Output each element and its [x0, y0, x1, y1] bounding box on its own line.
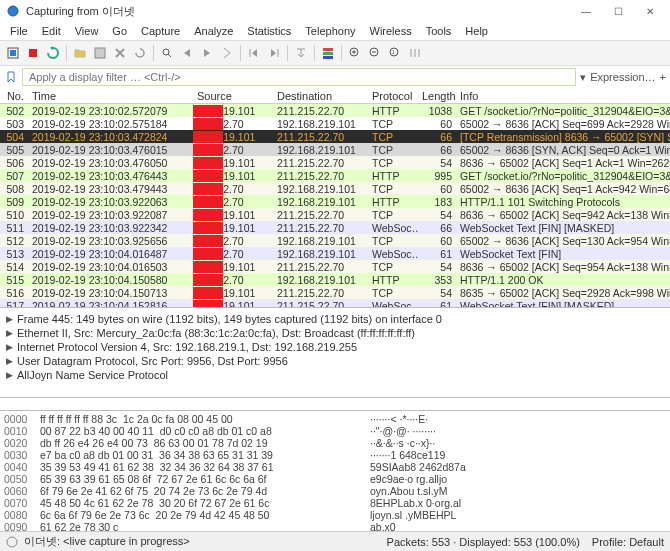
tree-node[interactable]: ▶AllJoyn Name Service Protocol: [6, 368, 664, 382]
tree-expand-icon[interactable]: ▶: [6, 370, 13, 380]
col-header-protocol[interactable]: Protocol: [368, 90, 418, 102]
svg-rect-4: [95, 48, 105, 58]
zoom-out-icon[interactable]: [366, 44, 384, 62]
tree-node[interactable]: ▶User Datagram Protocol, Src Port: 9956,…: [6, 354, 664, 368]
packet-row[interactable]: 5072019-02-19 23:10:03.476443168.219.101…: [0, 169, 670, 182]
tree-expand-icon[interactable]: ▶: [6, 314, 13, 324]
packet-row[interactable]: 5142019-02-19 23:10:04.016503168.219.101…: [0, 260, 670, 273]
zoom-reset-icon[interactable]: 1: [386, 44, 404, 62]
colorize-icon[interactable]: [319, 44, 337, 62]
menu-statistics[interactable]: Statistics: [241, 24, 297, 38]
maximize-button[interactable]: ☐: [604, 2, 632, 20]
resize-columns-icon[interactable]: [406, 44, 424, 62]
hex-row[interactable]: 004035 39 53 49 41 61 62 38 32 34 36 32 …: [4, 461, 666, 473]
hex-row[interactable]: 00806c 6a 6f 79 6e 2e 73 6c 20 2e 79 4d …: [4, 509, 666, 521]
bookmark-icon[interactable]: [4, 70, 18, 84]
packet-list-header[interactable]: No. Time Source Destination Protocol Len…: [0, 88, 670, 104]
tree-node[interactable]: ▶Internet Protocol Version 4, Src: 192.1…: [6, 340, 664, 354]
tree-expand-icon[interactable]: ▶: [6, 328, 13, 338]
menu-help[interactable]: Help: [459, 24, 494, 38]
packet-row[interactable]: 5112019-02-19 23:10:03.922342168.219.101…: [0, 221, 670, 234]
col-header-info[interactable]: Info: [456, 90, 670, 102]
hex-row[interactable]: 009061 62 2e 78 30 c ab.x0: [4, 521, 666, 531]
filter-bar: ▾ Expression… +: [0, 66, 670, 88]
open-icon[interactable]: [71, 44, 89, 62]
hex-row[interactable]: 005065 39 63 39 61 65 08 6f 72 67 2e 61 …: [4, 473, 666, 485]
packet-row[interactable]: 5102019-02-19 23:10:03.922087168.219.101…: [0, 208, 670, 221]
close-button[interactable]: ✕: [636, 2, 664, 20]
close-file-icon[interactable]: [111, 44, 129, 62]
find-icon[interactable]: [158, 44, 176, 62]
tree-node[interactable]: ▶Frame 445: 149 bytes on wire (1192 bits…: [6, 312, 664, 326]
stop-icon[interactable]: [24, 44, 42, 62]
menu-telephony[interactable]: Telephony: [299, 24, 361, 38]
menu-go[interactable]: Go: [106, 24, 133, 38]
filter-add-icon[interactable]: +: [660, 71, 666, 83]
packet-bytes-pane[interactable]: 0000ff ff ff ff ff ff 88 3c 1c 2a 0c fa …: [0, 411, 670, 531]
col-header-source[interactable]: Source: [193, 90, 273, 102]
packet-row[interactable]: 5032019-02-19 23:10:02.575184215.22.7019…: [0, 117, 670, 130]
tree-node[interactable]: ▶Ethernet II, Src: Mercury_2a:0c:fa (88:…: [6, 326, 664, 340]
col-header-length[interactable]: Length: [418, 90, 456, 102]
packet-list-pane[interactable]: No. Time Source Destination Protocol Len…: [0, 88, 670, 308]
tree-expand-icon[interactable]: ▶: [6, 356, 13, 366]
next-icon[interactable]: [198, 44, 216, 62]
hex-row[interactable]: 001000 87 22 b3 40 00 40 11 d0 c0 c0 a8 …: [4, 425, 666, 437]
menu-file[interactable]: File: [4, 24, 34, 38]
menu-tools[interactable]: Tools: [420, 24, 458, 38]
status-profile[interactable]: Profile: Default: [592, 536, 664, 548]
packet-row[interactable]: 5122019-02-19 23:10:03.925656215.22.7019…: [0, 234, 670, 247]
svg-line-6: [168, 54, 171, 57]
interfaces-icon[interactable]: [4, 44, 22, 62]
expression-dropdown-icon[interactable]: ▾: [580, 71, 586, 84]
save-icon[interactable]: [91, 44, 109, 62]
hex-row[interactable]: 0020db ff 26 e4 26 e4 00 73 86 63 00 01 …: [4, 437, 666, 449]
svg-rect-10: [323, 52, 333, 55]
minimize-button[interactable]: —: [572, 2, 600, 20]
zoom-in-icon[interactable]: [346, 44, 364, 62]
menu-view[interactable]: View: [69, 24, 105, 38]
detail-blank-area: [0, 398, 670, 411]
menu-analyze[interactable]: Analyze: [188, 24, 239, 38]
hex-row[interactable]: 007045 48 50 4c 61 62 2e 78 30 20 6f 72 …: [4, 497, 666, 509]
first-icon[interactable]: [245, 44, 263, 62]
packet-row[interactable]: 5022019-02-19 23:10:02.572079168.219.101…: [0, 104, 670, 117]
app-icon: [6, 4, 20, 18]
col-header-destination[interactable]: Destination: [273, 90, 368, 102]
hex-row[interactable]: 0000ff ff ff ff ff ff 88 3c 1c 2a 0c fa …: [4, 413, 666, 425]
packet-row[interactable]: 5132019-02-19 23:10:04.016487215.22.7019…: [0, 247, 670, 260]
packet-row[interactable]: 5062019-02-19 23:10:03.476050168.219.101…: [0, 156, 670, 169]
svg-rect-2: [10, 50, 16, 56]
status-expert-icon[interactable]: [6, 536, 18, 548]
col-header-no[interactable]: No.: [0, 90, 28, 102]
packet-row[interactable]: 5092019-02-19 23:10:03.922063215.22.7019…: [0, 195, 670, 208]
last-icon[interactable]: [265, 44, 283, 62]
reload-icon[interactable]: [131, 44, 149, 62]
packet-details-pane[interactable]: ▶Frame 445: 149 bytes on wire (1192 bits…: [0, 308, 670, 398]
display-filter-input[interactable]: [22, 68, 576, 86]
packet-row[interactable]: 5152019-02-19 23:10:04.150580215.22.7019…: [0, 273, 670, 286]
title-bar: Capturing from 이더넷 — ☐ ✕: [0, 0, 670, 22]
prev-icon[interactable]: [178, 44, 196, 62]
packet-row[interactable]: 5052019-02-19 23:10:03.476015215.22.7019…: [0, 143, 670, 156]
redaction-overlay: [193, 170, 223, 182]
col-header-time[interactable]: Time: [28, 90, 193, 102]
menu-wireless[interactable]: Wireless: [364, 24, 418, 38]
packet-row[interactable]: 5042019-02-19 23:10:03.472824168.219.101…: [0, 130, 670, 143]
hex-row[interactable]: 0030e7 ba c0 a8 db 01 00 31 36 34 38 63 …: [4, 449, 666, 461]
redaction-overlay: [193, 118, 223, 130]
goto-icon[interactable]: [218, 44, 236, 62]
status-device: 이더넷: <live capture in progress>: [24, 534, 190, 549]
restart-icon[interactable]: [44, 44, 62, 62]
auto-scroll-icon[interactable]: [292, 44, 310, 62]
menu-edit[interactable]: Edit: [36, 24, 67, 38]
menu-capture[interactable]: Capture: [135, 24, 186, 38]
hex-row[interactable]: 00606f 79 6e 2e 41 62 6f 75 20 74 2e 73 …: [4, 485, 666, 497]
redaction-overlay: [193, 261, 223, 273]
packet-row[interactable]: 5162019-02-19 23:10:04.150713168.219.101…: [0, 286, 670, 299]
packet-row[interactable]: 5172019-02-19 23:10:04.152816168.219.101…: [0, 299, 670, 308]
svg-point-0: [8, 6, 18, 16]
expression-button[interactable]: Expression…: [590, 71, 655, 83]
packet-row[interactable]: 5082019-02-19 23:10:03.479443215.22.7019…: [0, 182, 670, 195]
tree-expand-icon[interactable]: ▶: [6, 342, 13, 352]
